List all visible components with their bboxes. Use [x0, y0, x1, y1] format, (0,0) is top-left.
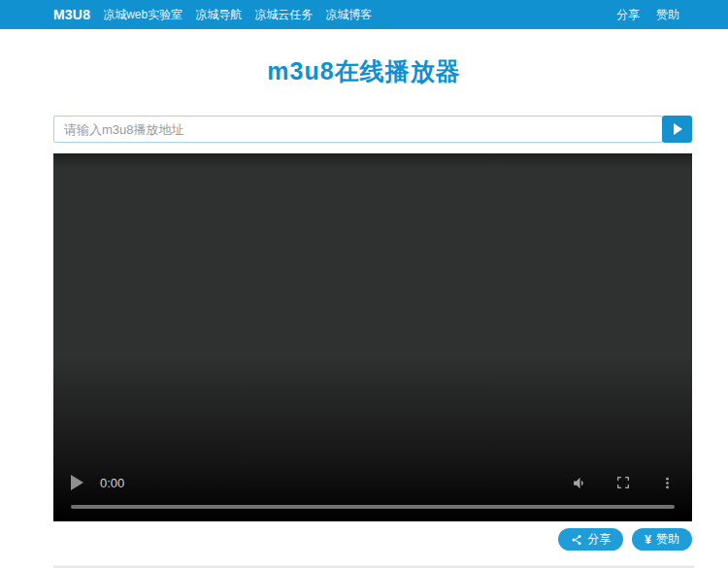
top-navbar: M3U8 凉城web实验室 凉城导航 凉城云任务 凉城博客 分享 赞助	[0, 0, 728, 29]
brand-link[interactable]: M3U8	[53, 7, 90, 22]
share-button[interactable]: 分享	[558, 528, 623, 551]
share-icon	[571, 534, 582, 546]
fullscreen-button[interactable]	[615, 475, 631, 490]
video-controls-row: 0:00	[71, 466, 675, 499]
volume-icon	[572, 475, 588, 491]
url-input-group	[53, 116, 692, 143]
video-player[interactable]: 0:00	[53, 153, 692, 521]
overflow-menu-button[interactable]	[660, 476, 675, 490]
nav-item-blog[interactable]: 凉城博客	[325, 7, 372, 23]
nav-item-navigation[interactable]: 凉城导航	[195, 7, 242, 23]
share-button-label: 分享	[587, 531, 611, 548]
nav-item-cloud-task[interactable]: 凉城云任务	[254, 7, 313, 23]
nav-share-link[interactable]: 分享	[616, 7, 640, 23]
action-buttons-row: 分享 ¥ 赞助	[53, 528, 692, 551]
navbar-left-group: M3U8 凉城web实验室 凉城导航 凉城云任务 凉城博客	[53, 7, 372, 23]
nav-item-web-lab[interactable]: 凉城web实验室	[103, 7, 182, 23]
play-submit-button[interactable]	[662, 116, 692, 143]
video-current-time: 0:00	[100, 476, 124, 490]
mute-button[interactable]	[572, 475, 588, 491]
yen-icon: ¥	[645, 533, 651, 547]
page-title: m3u8在线播放器	[0, 55, 728, 87]
m3u8-url-input[interactable]	[53, 116, 663, 143]
play-icon	[674, 123, 682, 135]
sponsor-button[interactable]: ¥ 赞助	[632, 528, 692, 551]
video-progress-bar[interactable]	[71, 505, 675, 509]
video-play-button[interactable]	[71, 475, 83, 490]
fullscreen-icon	[615, 475, 631, 490]
sponsor-button-label: 赞助	[656, 531, 679, 548]
nav-sponsor-link[interactable]: 赞助	[656, 7, 679, 23]
video-controls-bar: 0:00	[53, 466, 692, 521]
more-vertical-icon	[660, 476, 675, 490]
navbar-right-group: 分享 赞助	[616, 7, 679, 23]
